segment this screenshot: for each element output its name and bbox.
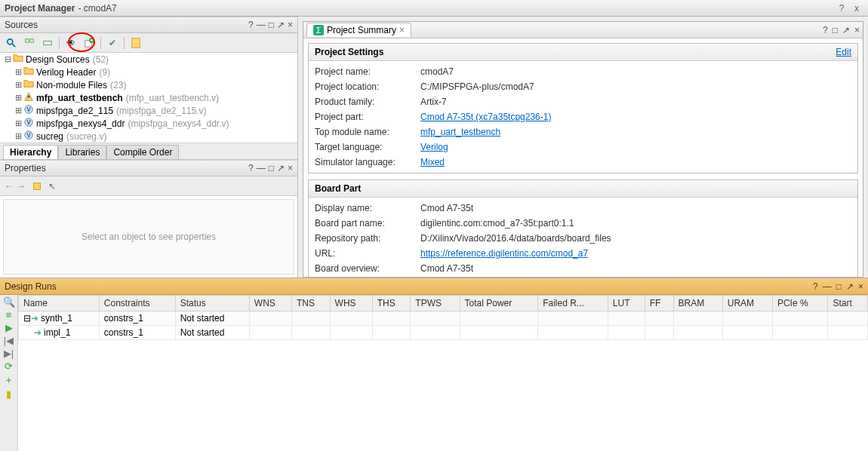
tree-item[interactable]: ⊞mfp_uart_testbench(mfp_uart_testbench.v… — [0, 91, 297, 104]
expand-icon[interactable] — [21, 35, 38, 51]
node-icon — [23, 78, 35, 91]
show-icon[interactable]: 👁 — [63, 35, 79, 51]
field-value[interactable]: https://reference.digilentinc.com/cmod_a… — [420, 248, 588, 259]
maximize-icon[interactable]: ↗ — [842, 25, 850, 35]
summary-help-icon[interactable]: ? — [823, 25, 828, 35]
help-icon[interactable]: ? — [835, 3, 848, 14]
restore-icon[interactable]: □ — [269, 20, 274, 30]
column-header[interactable]: Start — [828, 296, 868, 311]
arrow-icon: ➔ — [34, 327, 42, 338]
run-icon[interactable]: ▶ — [5, 322, 13, 333]
close-icon[interactable]: x — [850, 3, 863, 14]
close-panel-icon[interactable]: × — [288, 20, 293, 30]
expander-icon[interactable]: ⊞ — [14, 67, 23, 77]
field-value[interactable]: Mixed — [420, 157, 445, 167]
tab-libraries[interactable]: Libraries — [58, 145, 106, 159]
column-header[interactable]: Constraints — [99, 296, 175, 311]
report-icon[interactable] — [128, 35, 144, 51]
sources-help-icon[interactable]: ? — [248, 20, 254, 30]
field-label: Display name: — [315, 203, 420, 213]
tab-compile-order[interactable]: Compile Order — [106, 145, 179, 159]
column-header[interactable]: TPWS — [411, 296, 460, 311]
table-row[interactable]: ⊟➔synth_1constrs_1Not started — [19, 311, 868, 326]
minimize-icon[interactable]: — — [823, 281, 832, 292]
field-value[interactable]: Verilog — [420, 142, 448, 152]
edit-settings-link[interactable]: Edit — [836, 47, 851, 57]
refresh-icon[interactable]: ⟳ — [5, 360, 13, 372]
expander-icon[interactable]: ⊞ — [14, 93, 23, 103]
column-header[interactable]: TNS — [291, 296, 330, 311]
field-value: cmodA7 — [420, 66, 454, 77]
table-row[interactable]: ➔impl_1constrs_1Not started — [19, 326, 868, 340]
minimize-icon[interactable]: — — [257, 20, 266, 30]
column-header[interactable]: Failed R... — [538, 296, 608, 311]
add-sources-icon[interactable] — [81, 35, 97, 51]
design-runs-title: Design Runs — [5, 281, 57, 292]
close-panel-icon[interactable]: × — [854, 25, 860, 35]
maximize-icon[interactable]: ↗ — [277, 163, 285, 173]
filter-icon[interactable]: ≡ — [6, 309, 12, 321]
maximize-icon[interactable]: ↗ — [846, 281, 854, 292]
search-icon[interactable] — [3, 35, 20, 51]
menu-icon[interactable]: ▮ — [6, 388, 11, 400]
column-header[interactable]: LUT — [608, 296, 645, 311]
expander-icon[interactable]: ⊞ — [14, 118, 23, 128]
checkmark-icon[interactable]: ✔ — [104, 35, 121, 51]
runs-help-icon[interactable]: ? — [813, 281, 818, 292]
restore-icon[interactable]: □ — [833, 25, 838, 35]
maximize-icon[interactable]: ↗ — [277, 20, 285, 30]
svg-point-9 — [27, 95, 30, 98]
expander-icon[interactable]: ⊞ — [14, 106, 23, 115]
tab-hierarchy[interactable]: Hierarchy — [3, 145, 58, 159]
field-value: Cmod A7-35t — [420, 203, 473, 213]
restore-icon[interactable]: □ — [836, 281, 842, 292]
svg-rect-3 — [30, 38, 33, 41]
expander-icon[interactable]: ⊟ — [3, 54, 12, 64]
field-value[interactable]: Cmod A7-35t (xc7a35tcpg236-1) — [420, 112, 551, 122]
tree-item[interactable]: ⊞vmipsfpga_de2_115(mipsfpga_de2_115.v) — [0, 104, 297, 117]
column-header[interactable]: Total Power — [460, 296, 538, 311]
svg-text:v: v — [26, 117, 31, 126]
expander-icon[interactable]: ⊞ — [14, 131, 23, 141]
column-header[interactable]: FF — [645, 296, 673, 311]
properties-placeholder: Select an object to see properties — [3, 199, 294, 275]
sources-tree[interactable]: ⊟Design Sources(52)⊞Verilog Header(9)⊞No… — [0, 53, 297, 143]
tab-project-summary[interactable]: Σ Project Summary × — [306, 23, 411, 37]
back-icon[interactable]: ← — [5, 181, 14, 192]
close-panel-icon[interactable]: × — [288, 163, 293, 173]
expander-icon[interactable]: ⊞ — [14, 80, 23, 90]
tree-item[interactable]: ⊟Design Sources(52) — [0, 53, 297, 66]
close-tab-icon[interactable]: × — [399, 25, 405, 35]
field-label: Project part: — [315, 112, 420, 122]
field-value[interactable]: mfp_uart_testbench — [420, 127, 500, 137]
tree-item[interactable]: ⊞vsucreg(sucreg.v) — [0, 130, 297, 143]
minimize-icon[interactable]: — — [257, 163, 266, 173]
column-header[interactable]: BRAM — [673, 296, 722, 311]
next-icon[interactable]: ▶| — [4, 348, 14, 359]
column-header[interactable]: Status — [175, 296, 249, 311]
search-icon[interactable]: 🔍 — [3, 296, 15, 308]
field-label: Target language: — [315, 142, 420, 152]
column-header[interactable]: PCIe % — [772, 296, 827, 311]
design-runs-table[interactable]: NameConstraintsStatusWNSTNSWHSTHSTPWSTot… — [18, 295, 868, 340]
column-header[interactable]: THS — [372, 296, 411, 311]
tree-item[interactable]: ⊞vmipsfpga_nexys4_ddr(mipsfpga_nexys4_dd… — [0, 117, 297, 130]
tree-item[interactable]: ⊞Verilog Header(9) — [0, 66, 297, 78]
add-run-icon[interactable]: ＋ — [4, 373, 14, 387]
sigma-icon: Σ — [313, 25, 324, 35]
sources-tabs: HierarchyLibrariesCompile Order — [0, 143, 297, 159]
cursor-icon[interactable]: ↖ — [48, 181, 56, 192]
restore-icon[interactable]: □ — [269, 163, 274, 173]
column-header[interactable]: WNS — [249, 296, 291, 311]
close-panel-icon[interactable]: × — [858, 281, 863, 292]
column-header[interactable]: WHS — [330, 296, 372, 311]
props-chip-icon[interactable] — [29, 178, 45, 195]
column-header[interactable]: URAM — [722, 296, 772, 311]
forward-icon[interactable]: → — [17, 181, 26, 192]
props-help-icon[interactable]: ? — [248, 163, 254, 173]
tree-item[interactable]: ⊞Non-module Files(23) — [0, 78, 297, 91]
prev-icon[interactable]: |◀ — [4, 335, 14, 346]
collapse-icon[interactable] — [39, 35, 56, 51]
column-header[interactable]: Name — [19, 296, 100, 311]
svg-rect-7 — [132, 38, 140, 47]
